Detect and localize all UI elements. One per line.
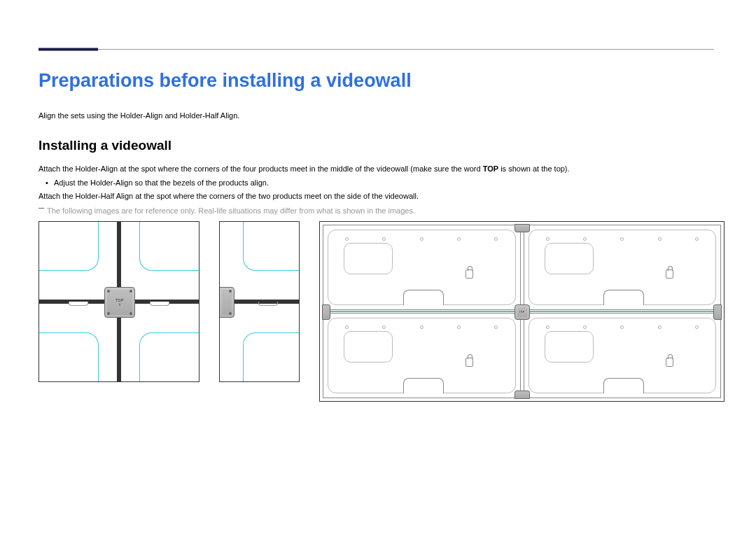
figure-videowall-rear: TOP — [319, 221, 724, 402]
header-accent — [38, 48, 98, 51]
panel-bottom-left — [323, 313, 521, 398]
lock-icon — [666, 269, 673, 279]
figure-holder-align-detail: TOP ⇧ — [38, 221, 200, 382]
holder-half-top-icon — [514, 224, 530, 232]
bullet-1: Adjust the Holder-Align so that the beze… — [54, 177, 714, 189]
holder-half-align-icon — [219, 287, 234, 318]
holder-arrow-icon: ⇧ — [118, 302, 122, 307]
holder-half-left-icon — [322, 304, 330, 320]
para1-suffix: is shown at the top). — [498, 164, 570, 173]
header-rule — [38, 49, 714, 50]
para1-bold: TOP — [483, 164, 498, 173]
holder-half-bottom-icon — [514, 391, 530, 399]
holder-align-icon: TOP ⇧ — [104, 287, 135, 318]
panel-top-left — [323, 225, 521, 310]
reference-note: The following images are for reference o… — [47, 206, 714, 215]
lock-icon — [465, 358, 473, 367]
holder-half-right-icon — [713, 304, 722, 320]
page-title: Preparations before installing a videowa… — [38, 70, 714, 92]
holder-top-label-small: TOP — [519, 311, 525, 314]
holder-align-center-icon: TOP — [514, 304, 530, 320]
figure-holder-half-align-detail — [219, 221, 300, 382]
intro-text: Align the sets using the Holder-Align an… — [38, 111, 714, 120]
section-subtitle: Installing a videowall — [38, 138, 714, 153]
panel-top-right — [524, 225, 722, 310]
lock-icon — [666, 358, 673, 367]
paragraph-2: Attach the Holder-Half Align at the spot… — [38, 190, 714, 202]
paragraph-1: Attach the Holder-Align at the spot wher… — [38, 163, 714, 175]
figures-row: TOP ⇧ TOP — [38, 221, 724, 402]
page-content: Preparations before installing a videowa… — [38, 70, 714, 215]
lock-icon — [465, 269, 473, 279]
panel-bottom-right — [524, 313, 722, 398]
para1-prefix: Attach the Holder-Align at the spot wher… — [38, 164, 483, 173]
